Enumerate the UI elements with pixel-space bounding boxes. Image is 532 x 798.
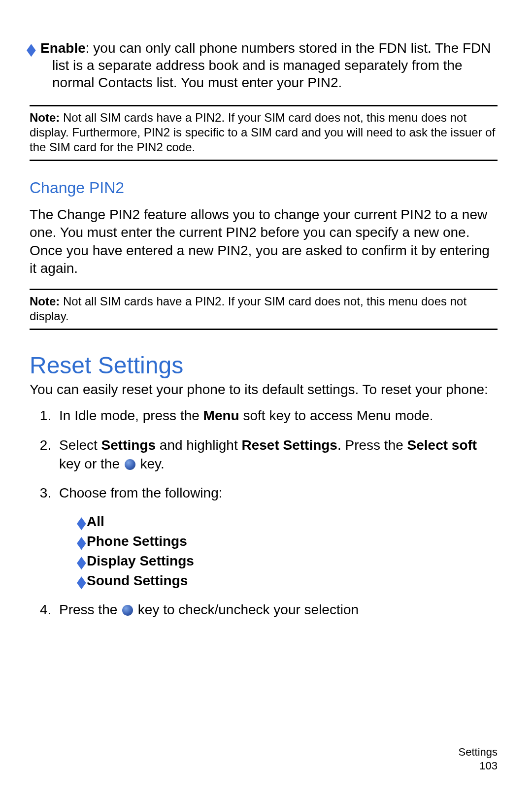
diamond-icon: ◆ xyxy=(77,531,86,553)
enable-text: : you can only call phone numbers stored… xyxy=(52,40,491,90)
heading-change-pin2: Change PIN2 xyxy=(30,179,498,197)
note-label: Note: xyxy=(30,295,60,308)
nav-key-icon xyxy=(122,605,133,616)
step-3: Choose from the following: ◆All ◆Phone S… xyxy=(55,484,498,590)
step-1: In Idle mode, press the Menu soft key to… xyxy=(55,406,498,425)
enable-label: Enable xyxy=(40,40,86,56)
change-pin2-paragraph: The Change PIN2 feature allows you to ch… xyxy=(30,206,498,278)
diamond-icon: ◆ xyxy=(77,570,86,593)
note-2-body: Not all SIM cards have a PIN2. If your S… xyxy=(30,295,466,323)
footer-page-number: 103 xyxy=(459,759,498,773)
diamond-icon: ◆ xyxy=(77,551,86,573)
note-1-text: Note: Not all SIM cards have a PIN2. If … xyxy=(30,110,498,155)
nav-key-icon xyxy=(125,459,135,470)
option-all: ◆All xyxy=(77,512,498,531)
footer-section: Settings xyxy=(459,745,498,759)
enable-bullet: ◆Enable: you can only call phone numbers… xyxy=(52,39,498,91)
step-2: Select Settings and highlight Reset Sett… xyxy=(55,436,498,473)
heading-reset-settings: Reset Settings xyxy=(30,352,498,379)
note-1-body: Not all SIM cards have a PIN2. If your S… xyxy=(30,111,495,154)
reset-options-list: ◆All ◆Phone Settings ◆Display Settings ◆… xyxy=(77,512,498,590)
page-footer: Settings 103 xyxy=(459,745,498,772)
reset-steps-list: In Idle mode, press the Menu soft key to… xyxy=(30,406,498,619)
option-display-settings: ◆Display Settings xyxy=(77,552,498,570)
note-box-1: Note: Not all SIM cards have a PIN2. If … xyxy=(30,105,498,161)
note-box-2: Note: Not all SIM cards have a PIN2. If … xyxy=(30,289,498,330)
diamond-icon: ◆ xyxy=(77,512,86,534)
manual-page: ◆Enable: you can only call phone numbers… xyxy=(0,0,532,798)
reset-intro: You can easily reset your phone to its d… xyxy=(30,381,498,399)
note-label: Note: xyxy=(30,111,60,124)
option-phone-settings: ◆Phone Settings xyxy=(77,532,498,551)
note-2-text: Note: Not all SIM cards have a PIN2. If … xyxy=(30,294,498,324)
option-sound-settings: ◆Sound Settings xyxy=(77,571,498,590)
step-4: Press the key to check/uncheck your sele… xyxy=(55,600,498,619)
